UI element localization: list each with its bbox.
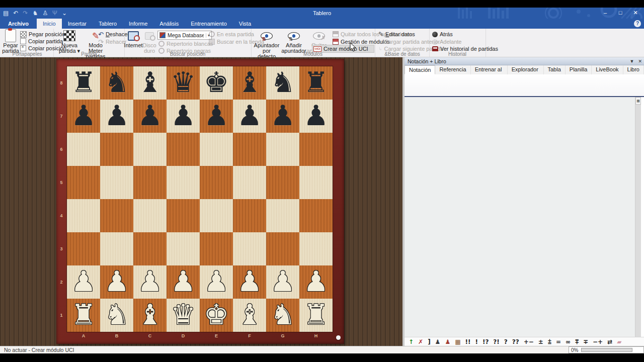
- square-g6[interactable]: [266, 133, 299, 166]
- square-a5[interactable]: [67, 166, 100, 199]
- notation-tab-referencia[interactable]: Referencia: [435, 65, 470, 74]
- help-button[interactable]: ?: [634, 20, 641, 27]
- square-b6[interactable]: [100, 133, 133, 166]
- nag-white-better[interactable]: ±: [538, 338, 543, 346]
- search-harddisk-button[interactable]: Disco duro: [142, 30, 156, 54]
- piece-white-pawn[interactable]: ♟: [266, 265, 299, 299]
- white-repertoire-button[interactable]: Repertorio blancas: [158, 40, 213, 47]
- cut-line-icon[interactable]: ]: [428, 338, 430, 346]
- square-e3[interactable]: [200, 232, 233, 265]
- board-icon[interactable]: ▦: [455, 338, 460, 346]
- square-b4[interactable]: [100, 199, 133, 232]
- square-h5[interactable]: [299, 166, 333, 199]
- notation-tab-tabla[interactable]: Tabla: [544, 65, 566, 74]
- square-d3[interactable]: [167, 232, 200, 265]
- piece-black-pawn[interactable]: ♟: [266, 100, 299, 133]
- square-f3[interactable]: [233, 232, 266, 265]
- game-header-area[interactable]: [405, 74, 644, 96]
- piece-black-rook[interactable]: ♜: [67, 66, 100, 100]
- piece-black-pawn[interactable]: ♟: [133, 100, 167, 133]
- search-internet-button[interactable]: Internet: [125, 30, 141, 48]
- piece-black-pawn[interactable]: ♟: [299, 100, 333, 133]
- piece-black-bishop[interactable]: ♝: [133, 66, 167, 100]
- piece-black-pawn[interactable]: ♟: [233, 100, 266, 133]
- tab-analisis[interactable]: Análisis: [153, 19, 185, 29]
- square-d6[interactable]: [167, 133, 200, 166]
- notation-tab-notacion[interactable]: Notación: [405, 65, 435, 74]
- panel-menu-icon[interactable]: ▼: [630, 57, 634, 65]
- nag-interesting[interactable]: !?: [482, 338, 489, 346]
- square-a4[interactable]: [67, 199, 100, 232]
- nag-unclear[interactable]: ∞: [566, 338, 571, 346]
- piece-black-bishop[interactable]: ♝: [233, 66, 266, 100]
- new-game-button[interactable]: Nueva partida ▾: [58, 30, 81, 54]
- nag-dubious[interactable]: ?!: [493, 338, 499, 346]
- nag-brilliant[interactable]: !!: [465, 338, 470, 346]
- minimize-button[interactable]: –: [598, 8, 613, 19]
- piece-black-king[interactable]: ♚: [200, 66, 233, 100]
- piece-white-king[interactable]: ♚: [200, 299, 233, 332]
- notation-body[interactable]: [405, 97, 644, 337]
- piece-white-knight[interactable]: ♞: [100, 299, 133, 332]
- tab-vista[interactable]: Vista: [233, 19, 257, 29]
- piece-black-queen[interactable]: ♛: [167, 66, 200, 100]
- square-e5[interactable]: [200, 166, 233, 199]
- move-up-icon[interactable]: ↑: [409, 338, 414, 346]
- notation-tab-livebook[interactable]: LiveBook: [592, 65, 623, 74]
- scrollbar-top-button[interactable]: ▦: [635, 97, 641, 105]
- square-a3[interactable]: [67, 232, 100, 265]
- piece-white-pawn[interactable]: ♟: [133, 265, 167, 299]
- square-c5[interactable]: [133, 166, 167, 199]
- piece-white-queen[interactable]: ♛: [167, 299, 200, 332]
- square-g5[interactable]: [266, 166, 299, 199]
- panel-close-icon[interactable]: ✕: [638, 57, 642, 65]
- square-h6[interactable]: [299, 133, 333, 166]
- piece-black-pawn[interactable]: ♟: [200, 100, 233, 133]
- chessboard[interactable]: ♜♞♝♛♚♝♞♜♟♟♟♟♟♟♟♟♟♟♟♟♟♟♟♟♜♞♝♛♚♝♞♜: [67, 66, 333, 332]
- search-in-game-button[interactable]: En esta partida: [209, 31, 254, 38]
- forward-button[interactable]: Adelante: [432, 38, 461, 45]
- reference-database-select[interactable]: Mega Database 2018 ▾: [157, 31, 212, 40]
- board-corner-handle[interactable]: [336, 335, 341, 340]
- nag-white-winning[interactable]: +−: [524, 338, 534, 346]
- back-button[interactable]: Atrás: [432, 31, 453, 38]
- nag-blunder[interactable]: ??: [512, 338, 519, 346]
- piece-white-pawn[interactable]: ♟: [200, 265, 233, 299]
- nag-black-better[interactable]: ∓: [583, 338, 588, 346]
- piece-black-knight[interactable]: ♞: [100, 66, 133, 100]
- delete-move-icon[interactable]: ✗: [418, 338, 423, 346]
- square-b5[interactable]: [100, 166, 133, 199]
- notation-tab-libro[interactable]: Libro: [623, 65, 644, 74]
- piece-white-pawn[interactable]: ♟: [167, 265, 200, 299]
- piece-white-bishop[interactable]: ♝: [133, 299, 167, 332]
- piece-black-pawn[interactable]: ♟: [167, 100, 200, 133]
- tab-archivo[interactable]: Archivo: [0, 19, 37, 29]
- square-a6[interactable]: [67, 133, 100, 166]
- add-kibitzer-button[interactable]: Añadir apuntador: [281, 30, 306, 54]
- close-button[interactable]: ✕: [628, 8, 643, 19]
- square-e4[interactable]: [200, 199, 233, 232]
- nag-black-winning[interactable]: −+: [593, 338, 603, 346]
- redo-button[interactable]: ↷ Rehacer: [98, 38, 126, 45]
- tab-insertar[interactable]: Insertar: [62, 19, 93, 29]
- square-g4[interactable]: [266, 199, 299, 232]
- square-e6[interactable]: [200, 133, 233, 166]
- eraser-icon[interactable]: ▰: [617, 338, 621, 346]
- paste-game-button[interactable]: Pegar partida: [2, 30, 19, 54]
- notation-tab-entrenar-al-reproducir[interactable]: Entrenar al reproducir: [471, 65, 508, 74]
- square-f5[interactable]: [233, 166, 266, 199]
- nag-mistake[interactable]: ?: [504, 338, 508, 346]
- square-d4[interactable]: [167, 199, 200, 232]
- notation-tab-explorador-de-planes[interactable]: Explorador de planes: [508, 65, 544, 74]
- tab-inicio[interactable]: Inicio: [37, 19, 62, 29]
- nag-equal[interactable]: =: [556, 338, 561, 346]
- square-c4[interactable]: [133, 199, 167, 232]
- piece-white-pawn[interactable]: ♟: [67, 265, 100, 299]
- nag-white-slightly-better[interactable]: ⩲: [548, 338, 551, 346]
- piece-white-rook[interactable]: ♜: [67, 299, 100, 332]
- nag-good[interactable]: !: [475, 338, 477, 346]
- piece-black-rook[interactable]: ♜: [299, 66, 333, 100]
- piece-black-knight[interactable]: ♞: [266, 66, 299, 100]
- edit-data-button[interactable]: ✎ Editar datos: [378, 31, 415, 38]
- nag-black-slightly-better[interactable]: ⩱: [575, 338, 579, 346]
